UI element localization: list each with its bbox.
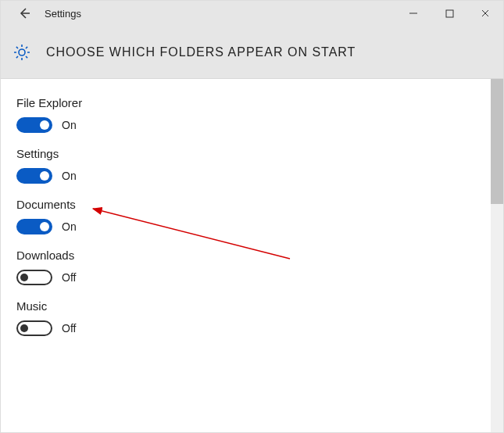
back-button[interactable] bbox=[9, 1, 40, 26]
option-label: File Explorer bbox=[16, 96, 488, 109]
close-button[interactable] bbox=[467, 1, 503, 26]
option-label: Settings bbox=[16, 147, 488, 160]
settings-gear-icon bbox=[12, 42, 32, 63]
options-list: File ExplorerOnSettingsOnDocumentsOnDown… bbox=[1, 79, 503, 336]
svg-point-1 bbox=[19, 49, 25, 55]
toggle-row: On bbox=[16, 168, 488, 184]
toggle-state-label: On bbox=[62, 170, 77, 182]
titlebar: Settings bbox=[1, 1, 503, 26]
close-icon bbox=[481, 9, 490, 18]
scrollbar-track[interactable] bbox=[491, 79, 503, 432]
back-arrow-icon bbox=[17, 6, 31, 20]
minimize-icon bbox=[409, 9, 418, 18]
toggle-state-label: On bbox=[62, 119, 77, 131]
toggle-row: On bbox=[16, 219, 488, 234]
option-label: Documents bbox=[16, 198, 488, 211]
toggle-switch[interactable] bbox=[16, 168, 52, 184]
toggle-row: Off bbox=[16, 320, 488, 336]
maximize-button[interactable] bbox=[431, 1, 467, 26]
option-label: Music bbox=[16, 299, 488, 313]
toggle-row: Off bbox=[16, 270, 488, 285]
option-row: DocumentsOn bbox=[16, 198, 488, 234]
svg-rect-0 bbox=[446, 10, 453, 17]
option-row: MusicOff bbox=[16, 299, 488, 336]
toggle-state-label: Off bbox=[62, 271, 76, 284]
option-label: Downloads bbox=[16, 249, 488, 262]
toggle-row: On bbox=[16, 117, 488, 133]
toggle-switch[interactable] bbox=[16, 270, 52, 285]
content-area: File ExplorerOnSettingsOnDocumentsOnDown… bbox=[1, 79, 503, 432]
toggle-switch[interactable] bbox=[16, 117, 52, 133]
option-row: DownloadsOff bbox=[16, 249, 488, 285]
header-bar: CHOOSE WHICH FOLDERS APPEAR ON START bbox=[1, 26, 503, 79]
maximize-icon bbox=[445, 9, 454, 18]
page-title: CHOOSE WHICH FOLDERS APPEAR ON START bbox=[46, 45, 356, 59]
scrollbar-thumb[interactable] bbox=[491, 79, 503, 204]
toggle-switch[interactable] bbox=[16, 219, 52, 234]
window-controls bbox=[395, 1, 503, 26]
toggle-switch[interactable] bbox=[16, 320, 52, 336]
toggle-state-label: On bbox=[62, 220, 77, 233]
minimize-button[interactable] bbox=[395, 1, 431, 26]
option-row: SettingsOn bbox=[16, 147, 488, 184]
window-title: Settings bbox=[45, 8, 81, 20]
option-row: File ExplorerOn bbox=[16, 96, 488, 133]
toggle-state-label: Off bbox=[62, 322, 76, 335]
